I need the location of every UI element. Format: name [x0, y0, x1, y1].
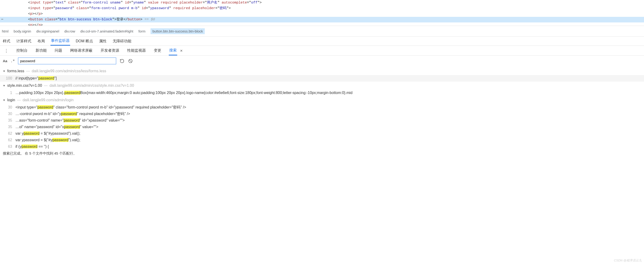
- collapse-icon[interactable]: ▼: [3, 97, 6, 103]
- result-file-name: style.min.css?v=1.00: [7, 82, 42, 88]
- result-file-header[interactable]: ▼login—daili.langjie99.com/admin/login: [0, 96, 644, 104]
- search-bar: Aa .*: [0, 56, 644, 67]
- line-text: if (ypassword == '') {: [16, 144, 49, 150]
- styles-tab[interactable]: 布局: [37, 37, 45, 46]
- dom-tree-row[interactable]: <p></p>: [0, 11, 644, 17]
- line-text: …-control pword m-b" id="ypassword" requ…: [16, 111, 130, 117]
- result-line[interactable]: 62var ypassword = $("#ypassword").val();: [0, 137, 644, 143]
- search-status: 搜索已完成。 在 5 个文件中找到 45 个匹配行。: [0, 150, 644, 157]
- result-line[interactable]: 100// input[type="password"]: [0, 75, 644, 82]
- line-text: …ol" name="password" id="xpassword" valu…: [16, 124, 98, 130]
- line-number: 1: [4, 90, 12, 96]
- breadcrumb-item[interactable]: button.btn.btn-success.btn-block: [150, 28, 205, 34]
- collapse-icon[interactable]: ▼: [3, 82, 6, 88]
- regex-toggle[interactable]: .*: [10, 59, 15, 63]
- drawer-tab[interactable]: 问题: [54, 46, 63, 56]
- line-text: …padding:100px 20px 20px}.passwordBox{ma…: [16, 90, 352, 96]
- drawer-tab[interactable]: 新功能: [35, 46, 47, 56]
- breadcrumb-item[interactable]: body.signin: [14, 29, 31, 33]
- clear-icon[interactable]: [128, 58, 133, 64]
- drawer-tab[interactable]: 变更: [153, 46, 162, 56]
- more-tabs-icon[interactable]: ⋮: [4, 48, 9, 53]
- collapse-icon[interactable]: ▼: [3, 68, 6, 74]
- breadcrumb-item[interactable]: form: [138, 29, 146, 33]
- line-text: …ass="form-control" name="password" id="…: [16, 118, 124, 124]
- line-number: 100: [4, 75, 12, 81]
- line-number: 30: [4, 104, 12, 110]
- result-line[interactable]: 30…-control pword m-b" id="ypassword" re…: [0, 110, 644, 117]
- dom-tree[interactable]: <input type="text" class="form-control u…: [0, 0, 644, 26]
- result-file-path: daili.langjie99.com/admin/css/style.min.…: [50, 82, 134, 88]
- result-line[interactable]: 63if (ypassword == '') {: [0, 143, 644, 150]
- result-file-path: daili.langjie99.com/admin/login: [23, 97, 74, 103]
- drawer-tab[interactable]: 控制台: [16, 46, 28, 56]
- search-results: ▼forms.less—daili.langjie99.com/admin/cs…: [0, 67, 644, 150]
- drawer-tab[interactable]: 性能监视器: [127, 46, 146, 56]
- result-file-path: daili.langjie99.com/admin/css/less/forms…: [32, 68, 106, 74]
- dom-tree-row[interactable]: <p></p>: [0, 22, 644, 26]
- result-file-name: login: [7, 97, 15, 103]
- line-number: 30: [4, 111, 12, 117]
- styles-tab[interactable]: 属性: [99, 37, 107, 46]
- styles-tab[interactable]: 计算样式: [16, 37, 32, 46]
- line-text: var ypassword = $("#ypassword").val();: [16, 130, 80, 136]
- breadcrumb-item[interactable]: html: [2, 29, 8, 33]
- drawer-tabs: ⋮控制台新功能问题网络请求屏蔽开发者资源性能监视器变更搜索✕: [0, 46, 644, 56]
- match-case-toggle[interactable]: Aa: [3, 59, 7, 63]
- breadcrumb-item[interactable]: div.signinpanel: [36, 29, 59, 33]
- line-number: 63: [4, 144, 12, 150]
- styles-tab[interactable]: 事件监听器: [50, 37, 70, 46]
- styles-tab[interactable]: DOM 断点: [75, 37, 94, 46]
- dom-tree-row[interactable]: <input type="text" class="form-control u…: [0, 0, 644, 6]
- breadcrumb-item[interactable]: div.col-sm-7.animated.fadeInRight: [80, 29, 134, 33]
- breadcrumb-item[interactable]: div.row: [64, 29, 75, 33]
- result-line[interactable]: 35…ass="form-control" name="password" id…: [0, 117, 644, 124]
- result-line[interactable]: 30<input type="password" class="form-con…: [0, 104, 644, 110]
- svg-line-1: [129, 60, 132, 62]
- refresh-icon[interactable]: [120, 58, 124, 64]
- expand-node-icon[interactable]: ⋯: [1, 17, 3, 22]
- close-tab-icon[interactable]: ✕: [180, 49, 183, 52]
- dom-tree-row[interactable]: ⋯<button class="btn btn-success btn-bloc…: [0, 17, 644, 22]
- result-line[interactable]: 1…padding:100px 20px 20px}.passwordBox{m…: [0, 90, 644, 96]
- line-text: var ypassword = $("#ypassword").val();: [16, 137, 80, 143]
- result-file-header[interactable]: ▼forms.less—daili.langjie99.com/admin/cs…: [0, 67, 644, 75]
- result-line[interactable]: 35…ol" name="password" id="xpassword" va…: [0, 124, 644, 130]
- line-number: 35: [4, 124, 12, 130]
- dom-tree-row[interactable]: <input type="password" class="form-contr…: [0, 6, 644, 11]
- result-file-header[interactable]: ▼style.min.css?v=1.00—daili.langjie99.co…: [0, 82, 644, 90]
- styles-tabs: 样式计算样式布局事件监听器DOM 断点属性无障碍功能: [0, 36, 644, 46]
- styles-tab[interactable]: 无障碍功能: [112, 37, 132, 46]
- result-file-name: forms.less: [7, 68, 24, 74]
- styles-tab[interactable]: 样式: [2, 37, 11, 46]
- line-number: 62: [4, 130, 12, 136]
- line-text: // input[type="password"]: [16, 75, 56, 81]
- drawer-tab[interactable]: 网络请求屏蔽: [70, 46, 93, 56]
- drawer-tab[interactable]: 搜索: [169, 46, 177, 56]
- line-text: <input type="password" class="form-contr…: [16, 104, 186, 110]
- line-number: 35: [4, 118, 12, 124]
- result-line[interactable]: 62var ypassword = $("#ypassword").val();: [0, 130, 644, 137]
- line-number: 62: [4, 137, 12, 143]
- search-input[interactable]: [18, 58, 116, 64]
- drawer-tab[interactable]: 开发者资源: [100, 46, 120, 56]
- breadcrumb: htmlbody.signindiv.signinpaneldiv.rowdiv…: [0, 26, 644, 36]
